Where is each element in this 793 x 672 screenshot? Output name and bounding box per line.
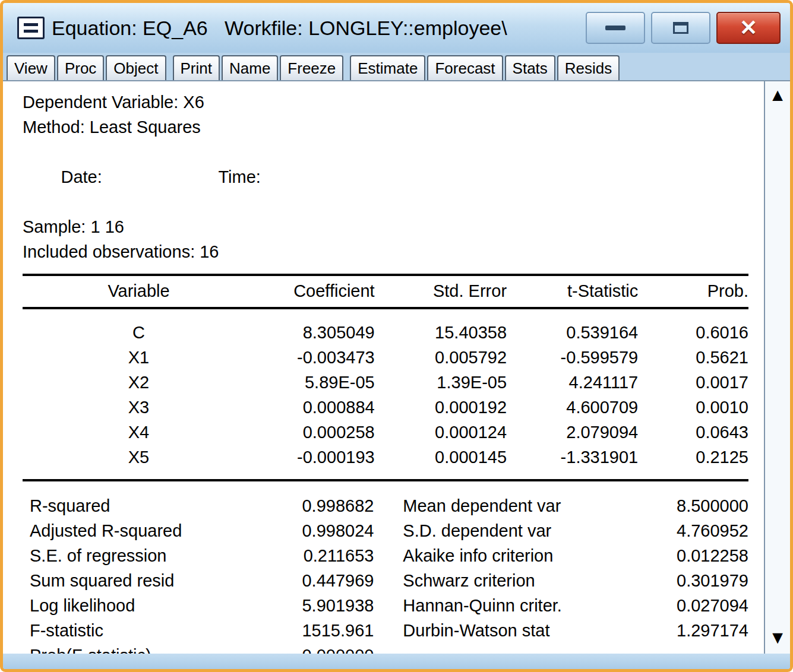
value-cell: 0.6016	[638, 320, 748, 345]
stat-value: 1.297174	[650, 618, 748, 643]
value-cell: -0.599579	[507, 345, 638, 370]
value-cell: 0.000884	[255, 395, 375, 420]
value-cell: 0.000192	[375, 395, 507, 420]
value-cell: 0.000145	[375, 445, 507, 470]
title-bar[interactable]: Equation: EQ_A6 Workfile: LONGLEY::emplo…	[3, 3, 790, 53]
main-area: Dependent Variable: X6 Method: Least Squ…	[3, 81, 790, 654]
toolbar-button-stats[interactable]: Stats	[505, 55, 555, 80]
value-cell: 0.000258	[255, 420, 375, 445]
stat-value: 0.998682	[233, 493, 374, 518]
close-icon: ✕	[740, 15, 757, 40]
stat-gap	[374, 493, 403, 518]
dependent-variable-line: Dependent Variable: X6	[23, 90, 748, 115]
variable-cell: C	[23, 320, 255, 345]
stat-value: 4.760952	[650, 518, 748, 543]
scroll-down-icon[interactable]: ▼	[769, 629, 786, 646]
variable-cell: X5	[23, 445, 255, 470]
stat-value: 0.447969	[233, 568, 374, 593]
stat-value: 5.901938	[233, 593, 374, 618]
stat-gap	[374, 643, 403, 654]
vertical-scrollbar[interactable]: ▲ ▼	[764, 81, 790, 654]
stat-value: 1515.961	[233, 618, 374, 643]
toolbar-button-proc[interactable]: Proc	[57, 55, 104, 80]
coef-header-row: VariableCoefficientStd. Errort-Statistic…	[23, 278, 748, 303]
observations-line: Included observations: 16	[23, 239, 748, 264]
toolbar-group-gap	[168, 55, 173, 80]
maximize-button[interactable]	[651, 12, 710, 44]
scroll-up-icon[interactable]: ▲	[769, 86, 786, 104]
stat-label	[403, 643, 649, 654]
value-cell: 0.0010	[638, 395, 748, 420]
value-cell: 0.539164	[507, 320, 638, 345]
minimize-icon	[605, 26, 625, 30]
stat-label: Adjusted R-squared	[23, 518, 233, 543]
toolbar-button-forecast[interactable]: Forecast	[427, 55, 503, 80]
equation-object-icon[interactable]	[17, 17, 45, 39]
column-header-prob-: Prob.	[638, 278, 748, 303]
value-cell: 4.600709	[507, 395, 638, 420]
summary-stats: R-squared0.998682Mean dependent var8.500…	[23, 493, 748, 654]
stat-value: 0.301979	[650, 568, 748, 593]
toolbar-button-freeze[interactable]: Freeze	[280, 55, 343, 80]
stat-gap	[374, 618, 403, 643]
date-label: Date:	[61, 164, 218, 189]
stat-gap	[374, 568, 403, 593]
stat-gap	[374, 593, 403, 618]
toolbar-button-object[interactable]: Object	[106, 55, 166, 80]
variable-cell: X3	[23, 395, 255, 420]
value-cell: 4.241117	[507, 370, 638, 395]
window-title: Equation: EQ_A6 Workfile: LONGLEY::emplo…	[52, 17, 507, 40]
value-cell: 2.079094	[507, 420, 638, 445]
column-header-coefficient: Coefficient	[255, 278, 375, 303]
stat-label: R-squared	[23, 493, 233, 518]
method-line: Method: Least Squares	[23, 115, 748, 140]
toolbar-button-resids[interactable]: Resids	[557, 55, 620, 80]
column-header-variable: Variable	[23, 278, 255, 303]
value-cell: 0.005792	[375, 345, 507, 370]
stat-gap	[374, 543, 403, 568]
toolbar-group-gap	[345, 55, 350, 80]
toolbar-button-view[interactable]: View	[7, 55, 55, 80]
column-header-std-error: Std. Error	[375, 278, 507, 303]
value-cell: 0.2125	[638, 445, 748, 470]
close-button[interactable]: ✕	[716, 12, 781, 44]
date-time-line: Date:Time:	[23, 140, 748, 214]
toolbar-button-estimate[interactable]: Estimate	[350, 55, 425, 80]
icon-bar	[24, 23, 38, 26]
value-cell: 1.39E-05	[375, 370, 507, 395]
coef-table-body: C8.30504915.403580.5391640.6016X1-0.0034…	[23, 320, 748, 470]
stat-label: S.D. dependent var	[403, 518, 649, 543]
value-cell: 15.40358	[375, 320, 507, 345]
stat-value: 8.500000	[650, 493, 748, 518]
value-cell: 8.305049	[255, 320, 375, 345]
stat-label: Schwarz criterion	[403, 568, 649, 593]
toolbar: ViewProcObjectPrintNameFreezeEstimateFor…	[3, 53, 790, 81]
stat-label: Log likelihood	[23, 593, 233, 618]
maximize-icon	[673, 22, 688, 34]
time-label: Time:	[218, 167, 260, 186]
value-cell: 0.5621	[638, 345, 748, 370]
stat-value: 0.027094	[650, 593, 748, 618]
toolbar-button-name[interactable]: Name	[222, 55, 278, 80]
variable-cell: X1	[23, 345, 255, 370]
sample-line: Sample: 1 16	[23, 214, 748, 239]
stat-value: 0.012258	[650, 543, 748, 568]
stat-label: Durbin-Watson stat	[403, 618, 649, 643]
value-cell: 0.0017	[638, 370, 748, 395]
stat-value: 0.000000	[233, 643, 374, 654]
stat-label: Mean dependent var	[403, 493, 649, 518]
minimize-button[interactable]	[586, 12, 645, 44]
icon-bar	[24, 30, 38, 33]
toolbar-button-print[interactable]: Print	[173, 55, 220, 80]
double-rule	[23, 274, 748, 276]
double-rule	[23, 479, 748, 481]
regression-output: Dependent Variable: X6 Method: Least Squ…	[3, 81, 764, 654]
stat-label: Akaike info criterion	[403, 543, 649, 568]
double-rule	[23, 307, 748, 309]
value-cell: -0.000193	[255, 445, 375, 470]
stat-label: F-statistic	[23, 618, 233, 643]
value-cell: 0.0643	[638, 420, 748, 445]
value-cell: 5.89E-05	[255, 370, 375, 395]
column-header-t-statistic: t-Statistic	[507, 278, 638, 303]
stat-value: 0.211653	[233, 543, 374, 568]
